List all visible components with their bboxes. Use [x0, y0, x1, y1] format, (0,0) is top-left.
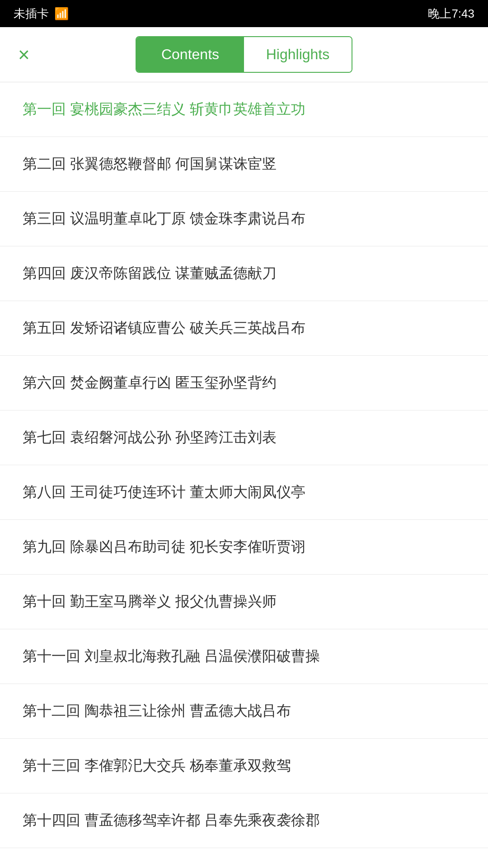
chapter-item[interactable]: 第九回 除暴凶吕布助司徒 犯长安李傕听贾诩 — [0, 520, 488, 575]
chapter-item[interactable]: 第一回 宴桃园豪杰三结义 斩黄巾英雄首立功 — [0, 82, 488, 137]
chapter-item[interactable]: 第十一回 刘皇叔北海救孔融 吕温侯濮阳破曹操 — [0, 629, 488, 684]
tab-contents[interactable]: Contents — [136, 37, 244, 72]
chapter-item[interactable]: 第十四回 曹孟德移驾幸许都 吕奉先乘夜袭徐郡 — [0, 793, 488, 848]
carrier-text: 未插卡 — [14, 6, 49, 22]
status-left: 未插卡 📶 — [14, 6, 69, 22]
chapter-item[interactable]: 第七回 袁绍磐河战公孙 孙坚跨江击刘表 — [0, 410, 488, 465]
chapter-item[interactable]: 第五回 发矫诏诸镇应曹公 破关兵三英战吕布 — [0, 301, 488, 356]
chapter-item[interactable]: 第二回 张翼德怒鞭督邮 何国舅谋诛宦竖 — [0, 137, 488, 192]
header: × Contents Highlights — [0, 27, 488, 82]
chapter-item[interactable]: 第四回 废汉帝陈留践位 谋董贼孟德献刀 — [0, 246, 488, 301]
chapter-item[interactable]: 第三回 议温明董卓叱丁原 馈金珠李肃说吕布 — [0, 192, 488, 246]
chapter-item[interactable]: 第八回 王司徒巧使连环计 董太师大闹凤仪亭 — [0, 465, 488, 520]
chapter-list: 第一回 宴桃园豪杰三结义 斩黄巾英雄首立功第二回 张翼德怒鞭督邮 何国舅谋诛宦竖… — [0, 82, 488, 848]
tab-highlights[interactable]: Highlights — [244, 37, 352, 72]
status-right: 晚上7:43 — [428, 6, 474, 22]
chapter-item[interactable]: 第十回 勤王室马腾举义 报父仇曹操兴师 — [0, 575, 488, 629]
tab-container: Contents Highlights — [136, 36, 352, 73]
status-bar: 未插卡 📶 晚上7:43 — [0, 0, 488, 27]
chapter-item[interactable]: 第六回 焚金阙董卓行凶 匿玉玺孙坚背约 — [0, 356, 488, 410]
chapter-item[interactable]: 第十三回 李傕郭汜大交兵 杨奉董承双救驾 — [0, 739, 488, 793]
time-text: 晚上7:43 — [428, 6, 474, 22]
close-button[interactable]: × — [18, 45, 30, 65]
chapter-item[interactable]: 第十二回 陶恭祖三让徐州 曹孟德大战吕布 — [0, 684, 488, 739]
signal-icon: 📶 — [54, 7, 69, 21]
